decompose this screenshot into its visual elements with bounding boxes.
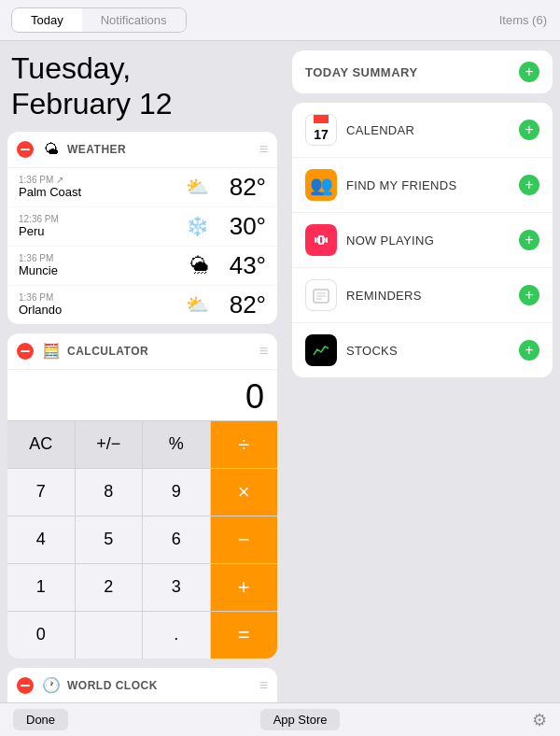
calculator-grid: AC +/− % ÷ 7 8 9 × 4 5 6 − 1 2 3 + 0 . = [7,420,277,658]
notif-calendar-label: CALENDAR [346,123,519,137]
weather-time-1: 12:36 PM [19,214,186,224]
weather-row-0: 1:36 PM ↗ Palm Coast ⛅ 82° [7,168,277,207]
calc-decimal[interactable]: . [143,612,210,658]
svg-rect-10 [318,235,320,245]
date-header: Tuesday, February 12 [7,50,277,122]
reminders-svg [311,285,331,305]
friends-add-icon [519,175,539,195]
calc-9[interactable]: 9 [143,469,210,516]
weather-row-3: 1:36 PM Orlando ⛅ 82° [7,286,277,324]
notif-friends-label: FIND MY FRIENDS [346,178,519,192]
calc-2[interactable]: 2 [76,564,143,611]
notif-calendar[interactable]: 17 CALENDAR [292,103,553,158]
calc-0[interactable]: 0 [7,612,75,658]
svg-rect-11 [326,237,328,243]
weather-row-2: 1:36 PM Muncie 🌦 43° [7,247,277,286]
today-summary-add-icon [519,62,539,82]
notif-nowplaying[interactable]: NOW PLAYING [292,213,553,268]
calendar-add-icon [519,120,539,140]
calc-6[interactable]: 6 [143,517,210,563]
calc-divide[interactable]: ÷ [211,421,278,468]
weather-temp-3: 82° [215,290,266,319]
calc-3[interactable]: 3 [143,564,210,611]
weather-time-0: 1:36 PM ↗ [19,175,186,185]
calculator-menu-icon[interactable]: ≡ [259,343,268,360]
calc-plusminus[interactable]: +/− [76,421,143,468]
worldclock-menu-icon[interactable]: ≡ [259,677,268,694]
notification-list: 17 CALENDAR 👥 FIND MY FRIENDS [292,103,553,377]
stocks-svg [311,340,331,361]
notif-friends[interactable]: 👥 FIND MY FRIENDS [292,158,553,213]
weather-widget: 🌤 WEATHER ≡ 1:36 PM ↗ Palm Coast ⛅ 82° 1… [7,132,277,324]
today-summary-label: TODAY SUMMARY [305,65,418,79]
weather-widget-title: WEATHER [67,143,259,156]
weather-icon: 🌤 [41,139,62,160]
weather-menu-icon[interactable]: ≡ [259,141,268,158]
svg-rect-9 [315,237,316,243]
calculator-display: 0 [7,370,277,420]
weather-time-3: 1:36 PM [19,292,186,303]
calc-subtract[interactable]: − [211,517,278,563]
calculator-widget-header: 🧮 CALCULATOR ≡ [7,333,277,370]
weather-cond-icon-3: ⛅ [186,293,209,316]
weather-cond-icon-1: ❄️ [186,215,209,237]
weather-loc-3: Orlando [19,303,186,317]
reminders-add-icon [519,285,539,305]
calc-7[interactable]: 7 [7,469,75,516]
calc-5[interactable]: 5 [76,517,143,563]
notif-nowplaying-label: NOW PLAYING [346,234,519,248]
tab-group: Today Notifications [11,7,187,33]
weather-loc-2: Muncie [19,263,190,277]
nowplaying-svg [312,231,330,249]
weather-cond-icon-2: 🌦 [190,255,209,276]
weather-cond-icon-0: ⛅ [186,176,209,198]
bottom-bar: Done App Store ⚙ [0,702,560,736]
right-panel: TODAY SUMMARY 17 CALENDAR 👥 FIND MY FRIE… [285,41,560,708]
notif-stocks[interactable]: STOCKS [292,323,553,377]
calc-equals[interactable]: = [211,612,278,658]
calculator-icon: 🧮 [41,341,62,361]
weather-remove-button[interactable] [17,141,34,158]
stocks-add-icon [519,340,539,361]
weather-temp-2: 43° [215,251,266,280]
worldclock-widget-title: WORLD CLOCK [67,679,259,692]
worldclock-icon: 🕐 [41,675,62,696]
nowplaying-app-icon [305,224,337,256]
calc-1[interactable]: 1 [7,564,75,611]
notif-reminders[interactable]: REMINDERS [292,268,553,323]
calc-8[interactable]: 8 [76,469,143,516]
svg-rect-12 [322,235,324,245]
date-line2: February 12 [11,87,173,120]
notif-reminders-label: REMINDERS [346,289,519,303]
calc-ac[interactable]: AC [7,421,75,468]
worldclock-widget-header: 🕐 WORLD CLOCK ≡ [7,668,277,704]
reminders-app-icon [305,279,337,311]
calc-multiply[interactable]: × [211,469,278,516]
calc-add[interactable]: + [211,564,278,611]
friends-app-icon: 👥 [305,169,337,201]
worldclock-remove-button[interactable] [17,677,34,694]
left-panel: Tuesday, February 12 🌤 WEATHER ≡ 1:36 PM… [0,41,285,708]
calc-4[interactable]: 4 [7,517,75,563]
stocks-app-icon [305,334,337,366]
today-tab[interactable]: Today [12,8,82,32]
main-layout: Tuesday, February 12 🌤 WEATHER ≡ 1:36 PM… [0,41,560,708]
notifications-tab[interactable]: Notifications [82,8,186,32]
calc-empty [76,612,143,658]
weather-loc-0: Palm Coast [19,185,186,199]
appstore-button[interactable]: App Store [260,709,341,730]
calendar-app-icon: 17 [305,114,337,146]
nowplaying-add-icon [519,230,539,250]
settings-icon[interactable]: ⚙ [532,710,547,730]
calendar-icon-top [314,114,329,123]
header-tabs: Today Notifications Items (6) [0,0,560,41]
weather-loc-1: Peru [19,224,186,238]
done-button[interactable]: Done [13,709,68,730]
calculator-widget-title: CALCULATOR [67,345,259,358]
today-summary-button[interactable]: TODAY SUMMARY [292,50,553,93]
weather-row-1: 12:36 PM Peru ❄️ 30° [7,207,277,247]
weather-widget-header: 🌤 WEATHER ≡ [7,132,277,168]
weather-temp-0: 82° [215,173,266,202]
calc-percent[interactable]: % [143,421,210,468]
calculator-remove-button[interactable] [17,343,34,360]
